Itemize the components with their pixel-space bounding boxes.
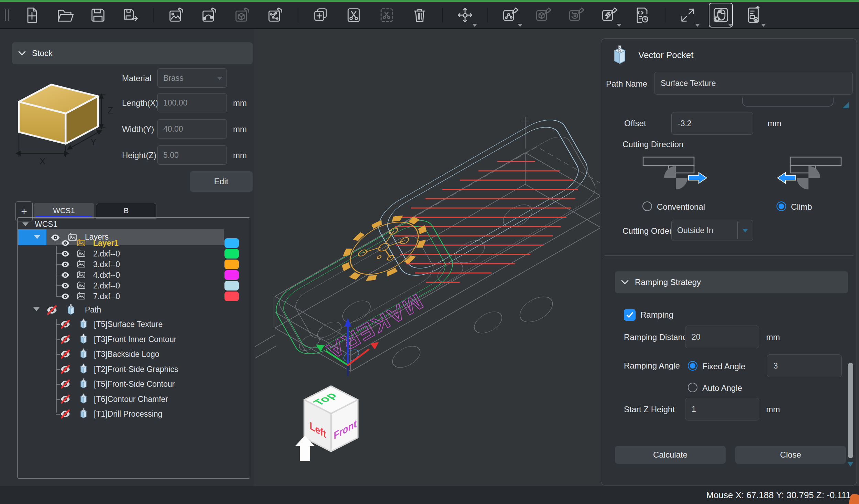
toolbar xyxy=(0,2,859,29)
fixed-angle-input[interactable] xyxy=(767,354,842,377)
cutting-order-select[interactable]: Outside In xyxy=(671,220,753,241)
scroll-down-indicator-icon[interactable] xyxy=(847,462,854,467)
open-file-button[interactable] xyxy=(54,4,76,26)
import-image-button[interactable] xyxy=(166,4,187,26)
delete-button[interactable] xyxy=(409,4,430,26)
eye-off-icon[interactable] xyxy=(46,305,57,316)
eye-off-icon[interactable] xyxy=(60,334,70,344)
auto-angle-radio[interactable] xyxy=(688,383,697,392)
path-row[interactable]: [T5]Surface Texture xyxy=(18,318,247,332)
eye-off-icon[interactable] xyxy=(60,379,70,389)
tree-tick xyxy=(56,275,61,275)
chevron-down-icon xyxy=(742,229,748,232)
toolpath-icon xyxy=(65,304,77,316)
ramping-distance-input[interactable] xyxy=(685,326,759,348)
eye-icon[interactable] xyxy=(61,239,70,248)
export-file-button[interactable] xyxy=(120,4,142,26)
path-row[interactable]: [T2]Front-Side Graphics xyxy=(18,363,247,377)
gcode-time-button[interactable] xyxy=(632,4,653,26)
model-edit-button xyxy=(533,4,554,26)
chevron-down-icon[interactable] xyxy=(695,24,700,27)
duplicate-button[interactable] xyxy=(310,4,331,26)
import-vector-button[interactable] xyxy=(199,4,220,26)
close-button[interactable]: Close xyxy=(735,446,846,464)
height-z-input[interactable] xyxy=(157,145,227,165)
eye-off-icon[interactable] xyxy=(60,409,70,419)
save-file-button[interactable] xyxy=(87,4,109,26)
calculate-button[interactable]: Calculate xyxy=(615,446,726,464)
eye-off-icon[interactable] xyxy=(60,394,70,404)
offset-input[interactable] xyxy=(671,112,753,135)
tree-root-row[interactable]: WCS1 xyxy=(18,220,247,229)
layer-row[interactable]: 2.dxf--0 xyxy=(18,281,247,291)
stock-section-header[interactable]: Stock xyxy=(12,42,253,64)
layer-color-swatch[interactable] xyxy=(224,270,239,280)
eye-icon[interactable] xyxy=(61,292,70,301)
toolbar-drag-handle[interactable] xyxy=(5,9,10,21)
tab-wcs1[interactable]: WCS1 xyxy=(34,203,94,219)
ramping-checkbox[interactable] xyxy=(624,309,636,321)
layer-row[interactable]: 7.dxf--0 xyxy=(18,291,247,302)
mouse-settings-button[interactable] xyxy=(710,4,731,26)
paste-icon xyxy=(378,6,396,24)
eye-icon[interactable] xyxy=(61,249,70,258)
paste-button xyxy=(376,4,397,26)
layer-color-swatch[interactable] xyxy=(224,292,239,301)
eye-icon[interactable] xyxy=(61,281,70,290)
view-cube[interactable]: Top Left Front xyxy=(290,380,376,466)
eye-icon[interactable] xyxy=(61,260,70,269)
layer-color-swatch[interactable] xyxy=(224,281,239,291)
start-z-height-input[interactable] xyxy=(685,398,759,420)
edit-stock-button[interactable]: Edit xyxy=(190,171,253,192)
new-file-button[interactable] xyxy=(21,4,43,26)
climb-radio[interactable] xyxy=(777,201,786,211)
vector-edit-button[interactable] xyxy=(500,4,521,26)
layer-row[interactable]: Layer1 xyxy=(18,238,247,248)
import-gcode-button[interactable] xyxy=(265,4,286,26)
layer-color-swatch[interactable] xyxy=(224,249,239,259)
chevron-down-icon[interactable] xyxy=(518,24,522,27)
layer-color-swatch[interactable] xyxy=(224,260,239,269)
path-row[interactable]: [T3]Front Inner Contour xyxy=(18,333,247,347)
eye-off-icon[interactable] xyxy=(60,364,70,374)
chevron-down-icon[interactable] xyxy=(617,24,621,27)
path-row[interactable]: [T1]Drill Processing xyxy=(18,408,247,421)
chevron-down-icon[interactable] xyxy=(761,24,766,27)
cutting-order-value: Outside In xyxy=(677,226,713,235)
layer-row[interactable]: 4.dxf--0 xyxy=(18,270,247,280)
move-transform-button[interactable] xyxy=(454,4,476,26)
fixed-angle-radio[interactable] xyxy=(688,361,697,371)
eye-off-icon[interactable] xyxy=(60,319,70,329)
output-settings-button[interactable] xyxy=(743,4,764,26)
material-select[interactable]: Brass xyxy=(157,68,227,88)
path-group-row[interactable]: Path xyxy=(18,303,247,317)
eye-off-icon[interactable] xyxy=(60,349,70,359)
scroll-up-indicator-icon[interactable] xyxy=(843,102,849,108)
layer-row[interactable]: 3.dxf--0 xyxy=(18,259,247,270)
delete-icon xyxy=(411,6,429,24)
length-x-input[interactable] xyxy=(157,93,227,112)
conventional-radio[interactable] xyxy=(642,201,652,211)
scrolled-dropdown-partial[interactable] xyxy=(742,98,834,107)
chevron-down-icon[interactable] xyxy=(728,24,733,27)
gcode-time-icon xyxy=(634,6,651,24)
cut-button[interactable] xyxy=(343,4,364,26)
toolpath-edit-button[interactable] xyxy=(599,4,620,26)
ramping-section-header[interactable]: Ramping Strategy xyxy=(615,271,848,293)
layer-row[interactable]: 2.dxf--0 xyxy=(18,249,247,259)
path-row[interactable]: [T3]Backside Logo xyxy=(18,348,247,362)
chevron-down-icon[interactable] xyxy=(33,307,40,311)
chevron-down-icon[interactable] xyxy=(472,24,477,27)
dialog-scrollbar-thumb[interactable] xyxy=(848,363,853,458)
tab-b[interactable]: B xyxy=(96,203,156,219)
fullscreen-button[interactable] xyxy=(677,4,698,26)
layer-color-swatch[interactable] xyxy=(224,238,239,248)
import-vector-icon xyxy=(200,6,218,24)
toolbar-separator xyxy=(487,8,488,22)
path-row[interactable]: [T6]Contour Chamfer xyxy=(18,393,247,407)
chevron-down-icon[interactable] xyxy=(22,222,29,226)
eye-icon[interactable] xyxy=(61,271,70,280)
width-y-input[interactable] xyxy=(157,119,227,139)
path-name-input[interactable] xyxy=(654,72,853,95)
path-row[interactable]: [T5]Front-Side Contour xyxy=(18,378,247,392)
